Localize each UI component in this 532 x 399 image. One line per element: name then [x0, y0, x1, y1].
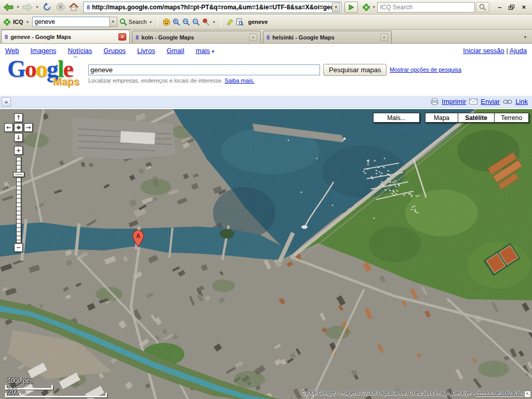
found-term-label: geneve — [248, 19, 268, 25]
icq-search-dropdown[interactable]: ▾ — [148, 20, 153, 24]
google-maps-page: Web Imagens Notícias Grupos Livros Gmail… — [0, 44, 532, 399]
browser-nav-toolbar: ▾ ▾ 8 ▾ ▾ – × — [0, 0, 532, 15]
nav-mais-link[interactable]: mais — [196, 47, 210, 55]
icq-search-input[interactable] — [377, 2, 475, 12]
search-maps-button[interactable]: Pesquisar mapas — [323, 64, 387, 76]
pan-left-button[interactable]: ← — [4, 123, 13, 132]
map-search-input[interactable] — [88, 64, 320, 75]
tab-geneve[interactable]: 8 geneve - Google Maps × — [1, 30, 130, 43]
tab-helsinki[interactable]: 8 helsinki - Google Maps × — [263, 31, 392, 43]
icq-query-dropdown[interactable]: ▾ — [109, 17, 117, 27]
marker-a[interactable]: A — [132, 230, 144, 247]
pan-up-button[interactable]: ↑ — [14, 113, 23, 122]
tab-koln[interactable]: 8 koln - Google Maps × — [132, 31, 261, 43]
nav-noticias-link[interactable]: Notícias — [68, 47, 92, 55]
minimize-button[interactable]: – — [498, 4, 501, 10]
zoom-slider-handle[interactable] — [13, 172, 24, 177]
forward-dropdown[interactable]: ▾ — [35, 5, 39, 9]
pan-down-button[interactable]: ↓ — [14, 133, 23, 142]
highlighter-icon — [226, 18, 234, 26]
tab-close-button[interactable]: × — [380, 34, 388, 41]
zoom-slider-track[interactable] — [16, 157, 21, 243]
go-button[interactable] — [344, 2, 358, 13]
icq-menu-dropdown[interactable]: ▾ — [25, 20, 30, 24]
print-link[interactable]: Imprimir — [442, 98, 466, 105]
chain-link-icon — [503, 99, 512, 104]
icq-pin-dropdown[interactable]: ▾ — [211, 20, 216, 24]
home-button[interactable] — [68, 1, 80, 14]
highlight-button[interactable] — [226, 18, 234, 26]
icq-query-input[interactable] — [32, 17, 109, 27]
search-options-link[interactable]: Mostrar opções de pesquisa — [390, 66, 461, 73]
more-layers-button[interactable]: Mais... — [373, 113, 420, 123]
close-window-button[interactable]: × — [522, 4, 526, 10]
restore-button[interactable] — [509, 5, 514, 10]
separator: | — [506, 47, 508, 55]
mais-dropdown-icon[interactable]: ▾ — [212, 49, 215, 54]
back-button[interactable] — [2, 1, 15, 14]
google-maps-logo: Google™ Maps — [7, 55, 85, 83]
stop-button[interactable] — [54, 1, 66, 14]
icq-pin-button[interactable]: ▾ — [202, 18, 216, 26]
corner-resize-icon[interactable]: ↖ — [524, 391, 531, 397]
nav-livros-link[interactable]: Livros — [137, 47, 155, 55]
pan-center-icon: ↕ — [17, 125, 21, 130]
icq-menu-button[interactable]: ICQ — [13, 19, 23, 25]
nav-gmail-link[interactable]: Gmail — [167, 47, 184, 55]
link-link[interactable]: Link — [515, 98, 528, 105]
terrain-view-button[interactable]: Terreno — [495, 113, 529, 123]
printer-icon — [431, 98, 438, 105]
nav-web-link[interactable]: Web — [5, 47, 19, 55]
zoom-in-button[interactable] — [172, 18, 180, 26]
icq-engine-dropdown[interactable]: ▾ — [371, 5, 376, 9]
send-link[interactable]: Enviar — [481, 98, 500, 105]
forward-button[interactable] — [21, 1, 34, 14]
find-in-page-button[interactable] — [236, 18, 244, 26]
back-arrow-icon — [3, 3, 14, 11]
icq-query-combobox: ▾ — [32, 17, 117, 27]
terms-link[interactable]: Termos de utilização — [475, 390, 523, 396]
scale-metric-bar — [5, 393, 107, 397]
tab-list-dropdown[interactable]: ▾ — [521, 32, 530, 42]
zoom-out-button[interactable]: − — [14, 243, 23, 252]
icq-emoticon-button[interactable] — [163, 18, 170, 26]
pan-right-button[interactable]: → — [24, 123, 33, 132]
zoom-out-button[interactable] — [192, 18, 200, 26]
sidebar-expand-button[interactable]: » — [2, 97, 11, 107]
toolbar-separator — [221, 17, 221, 27]
maps-favicon-icon: 8 — [136, 34, 139, 41]
icq-search-go-button[interactable] — [476, 2, 489, 12]
icq-flower-icon[interactable] — [362, 3, 370, 11]
signin-link[interactable]: Iniciar sessão — [463, 47, 504, 55]
back-dropdown[interactable]: ▾ — [16, 5, 20, 9]
zoom-in-button[interactable]: + — [14, 146, 23, 155]
pushpin-icon — [202, 18, 210, 26]
tab-title: helsinki - Google Maps — [272, 34, 378, 41]
nav-grupos-link[interactable]: Grupos — [103, 47, 126, 55]
zoom-out-magnifier-icon — [192, 18, 200, 26]
logo-maps-text: Maps — [53, 76, 79, 88]
saiba-mais-link[interactable]: Saiba mais. — [224, 77, 254, 84]
search-magnifier-icon — [119, 18, 127, 26]
tab-close-button[interactable]: × — [118, 33, 126, 41]
nav-imagens-link[interactable]: Imagens — [31, 47, 57, 55]
map-canvas[interactable]: ↑ ← ↔ ↕ → ↓ + − Mais... Mapa Satélite Te… — [0, 109, 532, 399]
map-action-bar: » Imprimir Enviar Link — [0, 96, 532, 108]
satellite-imagery — [0, 109, 532, 399]
map-view-button[interactable]: Mapa — [425, 113, 458, 123]
go-icon — [348, 4, 354, 10]
stop-icon — [56, 3, 65, 11]
magnifier-icon — [479, 4, 486, 11]
url-history-dropdown[interactable]: ▾ — [332, 3, 340, 12]
help-link[interactable]: Ajuda — [510, 47, 527, 55]
tab-close-button[interactable]: × — [249, 34, 257, 41]
maps-favicon-icon: 8 — [5, 34, 8, 40]
icq-search-button[interactable]: Search ▾ — [119, 18, 153, 26]
pan-center-button[interactable]: ↔ ↕ — [14, 123, 23, 132]
url-input[interactable] — [92, 4, 332, 11]
zoom-reset-button[interactable] — [182, 18, 190, 26]
browser-window: ▾ ▾ 8 ▾ ▾ – × — [0, 0, 532, 399]
reload-button[interactable] — [41, 1, 53, 14]
zoom-reset-magnifier-icon — [182, 18, 190, 26]
satellite-view-button[interactable]: Satélite — [458, 113, 495, 123]
